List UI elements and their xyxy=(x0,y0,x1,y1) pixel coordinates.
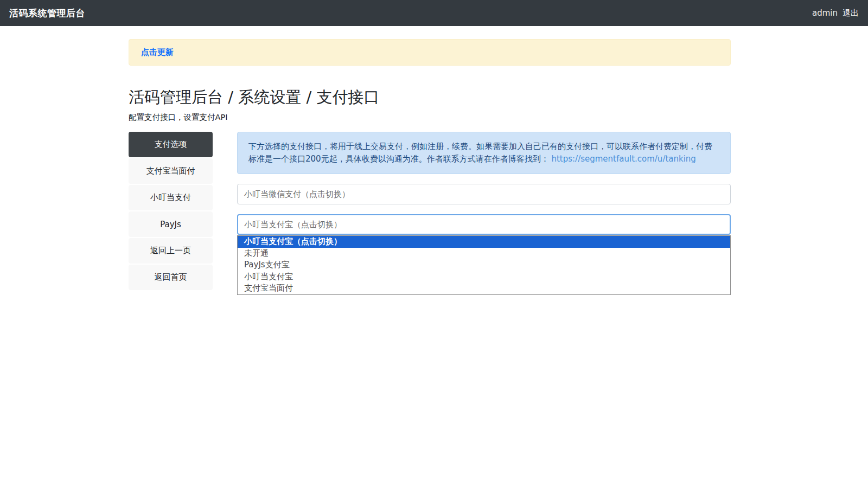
wechat-pay-select[interactable]: 小叮当微信支付（点击切换） xyxy=(237,184,731,204)
app-brand[interactable]: 活码系统管理后台 xyxy=(9,7,85,20)
dropdown-option[interactable]: 未开通 xyxy=(238,248,730,260)
user-menu[interactable]: admin xyxy=(812,8,838,18)
sidebar-item-back-home[interactable]: 返回首页 xyxy=(129,265,213,290)
sidebar-item-xiaodingdang-pay[interactable]: 小叮当支付 xyxy=(129,185,213,210)
update-link[interactable]: 点击更新 xyxy=(141,47,174,57)
page-container: 点击更新 活码管理后台 / 系统设置 / 支付接口 配置支付接口，设置支付API… xyxy=(129,39,731,295)
payment-sidebar: 支付选项 支付宝当面付 小叮当支付 PayJs 返回上一页 返回首页 xyxy=(129,132,213,291)
dropdown-option[interactable]: 小叮当支付宝 xyxy=(238,271,730,283)
dropdown-option[interactable]: 支付宝当面付 xyxy=(238,282,730,294)
author-blog-link[interactable]: https://segmentfault.com/u/tanking xyxy=(551,154,695,164)
settings-content: 下方选择的支付接口，将用于线上交易支付，例如注册，续费。如果需要加入自己已有的支… xyxy=(237,132,731,295)
alipay-select[interactable]: 小叮当支付宝（点击切换） xyxy=(237,214,731,235)
page-subtitle: 配置支付接口，设置支付API xyxy=(129,112,731,123)
dropdown-option[interactable]: 小叮当支付宝（点击切换） xyxy=(238,236,730,248)
payment-info-box: 下方选择的支付接口，将用于线上交易支付，例如注册，续费。如果需要加入自己已有的支… xyxy=(237,132,731,174)
dropdown-option[interactable]: PayJs支付宝 xyxy=(238,259,730,271)
page-title: 活码管理后台 / 系统设置 / 支付接口 xyxy=(129,87,731,107)
sidebar-item-payment-options[interactable]: 支付选项 xyxy=(129,132,213,157)
settings-row: 支付选项 支付宝当面付 小叮当支付 PayJs 返回上一页 返回首页 下方选择的… xyxy=(129,132,731,295)
update-alert: 点击更新 xyxy=(129,39,731,66)
top-navbar: 活码系统管理后台 admin 退出 xyxy=(0,0,868,26)
alipay-select-dropdown: 小叮当支付宝（点击切换） 未开通 PayJs支付宝 小叮当支付宝 支付宝当面付 xyxy=(237,235,731,295)
sidebar-item-back-previous[interactable]: 返回上一页 xyxy=(129,238,213,264)
sidebar-item-payjs[interactable]: PayJs xyxy=(129,211,213,237)
logout-link[interactable]: 退出 xyxy=(843,8,859,18)
sidebar-item-alipay-f2f[interactable]: 支付宝当面付 xyxy=(129,158,213,184)
navbar-right: admin 退出 xyxy=(812,8,859,18)
